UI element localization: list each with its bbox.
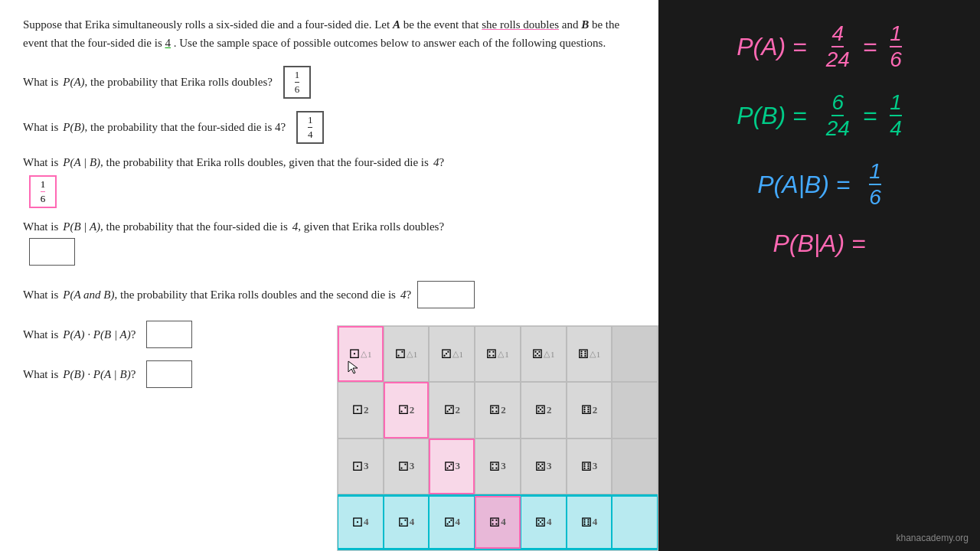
she-rolls-doubles: she rolls doubles [482,18,559,31]
intro-text: Suppose that Erika simultaneously rolls … [23,18,393,31]
q3-text3: ? [439,156,444,169]
dice-cell-3-7 [612,439,658,494]
q7-text: What is [23,368,58,381]
q3-denom: 6 [41,192,46,205]
chalk-eq4: P(B|A) = [773,230,865,258]
q2-denom: 4 [308,128,313,141]
q5-text2: , the probability that Erika rolls doubl… [114,289,395,302]
q1-text: What is [23,76,58,89]
chalk-eq2: P(B) = 6 24 = 1 4 [737,92,902,139]
dice-cell-1-6: ⚅△1 [567,326,612,382]
dice-cell-3-5: ⚄3 [521,439,567,494]
eq1-label: P(A) = [737,33,807,61]
q4-four: 4 [292,220,299,233]
dice-cell-1-4: ⚃△1 [475,326,521,382]
q5-four: 4 [400,289,407,302]
q4-PBA: P(B | A) [63,220,100,233]
four-underline: 4 [165,37,171,49]
q5-text: What is [23,289,58,302]
eq2-frac2-bot: 4 [890,116,902,139]
dice-cell-4-5: ⚄4 [521,496,567,549]
q3-text: What is [23,156,58,169]
right-panel: P(A) = 4 24 = 1 6 P(B) = 6 24 = 1 4 P(A|… [658,0,980,551]
dice-cell-2-2: ⚁2 [384,382,430,438]
dice-cell-2-1: ⚀2 [338,382,384,438]
q6-answer-box[interactable] [146,321,192,348]
q2-text2: , the probability that the four-sided di… [85,121,286,134]
question-2-row: What is P(B) , the probability that the … [23,111,635,144]
question-1-row: What is P(A) , the probability that Erik… [23,66,635,99]
dice-cell-1-5: ⚄△1 [521,326,567,382]
dice-cell-4-7 [612,496,658,549]
dice-cell-4-1: ⚀4 [338,496,384,549]
eq1-frac2: 1 6 [890,23,902,70]
dice-cell-2-6: ⚅2 [567,382,612,438]
eq2-frac1-bot: 24 [826,116,850,139]
q5-answer-box[interactable] [417,281,475,308]
eq1-frac1-top: 4 [831,23,844,47]
q6-text2: ? [131,328,136,341]
dice-cell-4-4: ⚃4 [475,496,521,549]
eq1-frac2-bot: 6 [890,47,902,70]
be-event-text: be the event that [403,18,482,31]
q1-text2: , the probability that Erika rolls doubl… [85,76,273,89]
q2-answer[interactable]: 1 4 [296,111,324,144]
q3-four: 4 [433,156,439,169]
q6-text: What is [23,328,58,341]
q3-text2: , the probability that Erika rolls doubl… [100,156,429,169]
q5-text3: ? [406,289,411,302]
q4-text3: , given that Erika rolls doubles? [298,220,444,233]
q7-answer-box[interactable] [146,360,192,388]
left-panel: Suppose that Erika simultaneously rolls … [0,0,658,551]
eq3-label: P(A|B) = [757,171,850,199]
q4-text2: , the probability that the four-sided di… [100,220,288,233]
q5-PAandB: P(A and B) [63,289,114,302]
problem-text: Suppose that Erika simultaneously rolls … [23,15,635,52]
eq2-frac1-top: 6 [831,92,844,116]
A-label: A [393,18,400,31]
q3-PAB: P(A | B) [63,156,100,169]
q4-text: What is [23,220,58,233]
question-4-row: What is P(B | A) , the probability that … [23,220,635,233]
q1-denom: 6 [295,83,300,96]
question-5-row: What is P(A and B) , the probability tha… [23,281,635,308]
q7-text2: ? [131,368,136,381]
dice-cell-2-5: ⚄2 [521,382,567,438]
eq2-label: P(B) = [737,102,807,130]
dice-cell-3-1: ⚀3 [338,439,384,494]
dice-cell-3-4: ⚃3 [475,439,521,494]
dice-cell-4-3: ⚂4 [429,496,475,549]
dice-cell-2-3: ⚂2 [429,382,475,438]
eq3-frac-bot: 6 [869,185,881,208]
dice-cell-1-2: ⚁△1 [384,326,430,382]
eq2-frac2-top: 1 [890,92,902,116]
q1-answer[interactable]: 1 6 [283,66,311,99]
q3-numer: 1 [41,178,46,192]
dice-cell-3-3: ⚂3 [429,439,475,494]
chalk-eq1: P(A) = 4 24 = 1 6 [737,23,902,70]
eq1-frac1-bot: 24 [826,47,850,70]
q1-numer: 1 [295,69,300,83]
dice-cell-2-4: ⚃2 [475,382,521,438]
dice-cell-4-6: ⚅4 [567,496,612,549]
q4-answer-box[interactable] [29,238,75,266]
dice-cell-1-7 [612,326,658,382]
watermark: khanacademy.org [897,533,969,543]
B-label: B [581,18,589,31]
dice-cell-1-3: ⚂△1 [429,326,475,382]
eq2-frac2: 1 4 [890,92,902,139]
q2-PB: P(B) [63,121,84,134]
dice-cell-3-2: ⚁3 [384,439,430,494]
q2-text: What is [23,121,58,134]
eq3-frac-top: 1 [869,161,881,185]
question-3-row: What is P(A | B) , the probability that … [23,156,635,169]
dice-cell-4-2: ⚁4 [384,496,430,549]
eq3-frac: 1 6 [869,161,881,208]
q6-expr: P(A) · P(B | A) [63,328,130,341]
q7-expr: P(B) · P(A | B) [63,368,130,381]
dice-cell-3-6: ⚅3 [567,439,612,494]
eq1-frac1: 4 24 [826,23,850,70]
q3-answer[interactable]: 1 6 [29,175,57,208]
dice-cell-2-7 [612,382,658,438]
dice-cell-1-1: ⚀△1 [338,326,384,382]
